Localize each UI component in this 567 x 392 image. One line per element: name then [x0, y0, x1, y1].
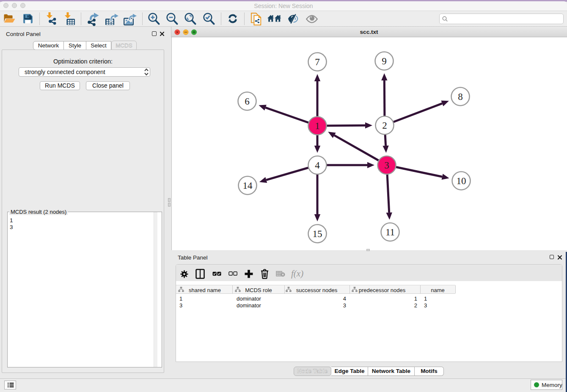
- svg-text:3: 3: [384, 160, 389, 171]
- svg-text:11: 11: [385, 227, 395, 237]
- svg-text:14: 14: [243, 180, 253, 191]
- svg-text:8: 8: [458, 91, 463, 102]
- svg-text:15: 15: [313, 229, 322, 239]
- svg-text:7: 7: [315, 57, 320, 67]
- svg-text:9: 9: [382, 56, 387, 66]
- svg-text:6: 6: [245, 96, 250, 107]
- svg-text:1: 1: [315, 121, 320, 131]
- svg-text:10: 10: [457, 176, 466, 186]
- svg-text:4: 4: [315, 160, 320, 171]
- svg-text:2: 2: [382, 120, 387, 131]
